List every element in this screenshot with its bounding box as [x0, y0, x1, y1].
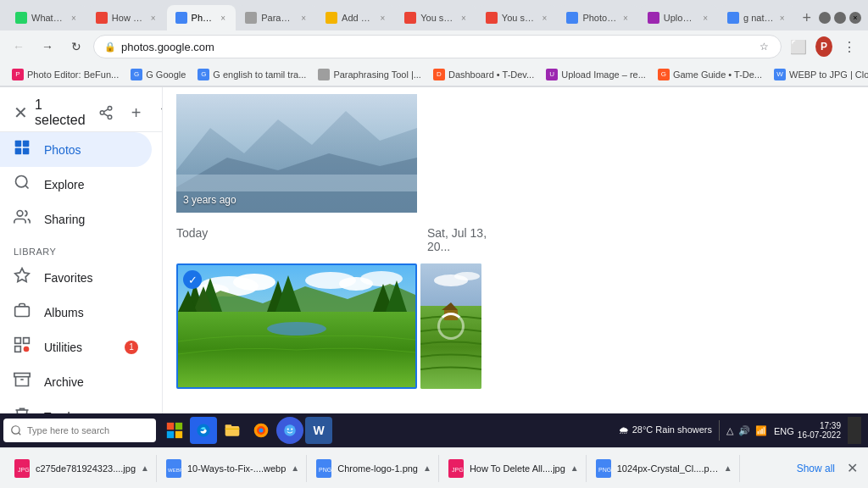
bookmark-upload[interactable]: U Upload Image – re...: [541, 67, 651, 82]
reload-button[interactable]: ↻: [64, 35, 88, 58]
svg-line-59: [19, 433, 21, 435]
archive-icon: [14, 371, 31, 392]
taskbar-firefox-icon[interactable]: [248, 417, 275, 444]
delete-button[interactable]: [153, 99, 163, 126]
address-bar[interactable]: 🔒 photos.google.com ☆: [93, 35, 782, 58]
nav-utilities[interactable]: Utilities 1: [0, 330, 152, 364]
svg-rect-6: [23, 141, 30, 147]
nav-archive[interactable]: Archive: [0, 364, 152, 399]
download-item-2[interactable]: WEBP 10-Ways-to-Fix-....webp ▲: [159, 455, 307, 482]
svg-line-10: [25, 186, 29, 189]
taskbar-search-box[interactable]: [3, 419, 156, 442]
tab-close-photoe[interactable]: ×: [621, 12, 630, 25]
nav-albums[interactable]: Albums: [0, 295, 152, 330]
taskbar-edge-icon[interactable]: [190, 417, 217, 444]
show-all-downloads-button[interactable]: Show all: [790, 459, 842, 478]
tab-close-upload[interactable]: ×: [701, 12, 709, 25]
tab-label-whatsapp: WhatsA...: [31, 13, 65, 23]
taskbar-blue-app-icon[interactable]: [276, 417, 303, 444]
utilities-badge: 1: [125, 341, 138, 354]
svg-text:JPG: JPG: [18, 467, 30, 473]
taskbar-word-icon[interactable]: W: [305, 417, 332, 444]
share-button[interactable]: [92, 99, 120, 126]
download-chevron-5[interactable]: ▲: [724, 463, 732, 473]
address-icons: ☆: [758, 39, 771, 54]
tab-close-paraphrase[interactable]: ×: [299, 12, 308, 25]
tab-close-yousea1[interactable]: ×: [459, 12, 468, 25]
close-window-button[interactable]: ×: [849, 12, 861, 24]
rice-terrace-photo[interactable]: [420, 263, 481, 389]
download-chevron-1[interactable]: ▲: [141, 463, 149, 473]
tab-upload[interactable]: Upload ... ×: [639, 5, 718, 30]
settings-button[interactable]: ⋮: [837, 35, 861, 58]
selection-bar: ✕ 1 selected + ⋮: [0, 94, 162, 132]
bookmark-photo-editor[interactable]: P Photo Editor: BeFun...: [7, 67, 124, 82]
close-selection-button[interactable]: ✕: [14, 103, 28, 123]
download-chevron-2[interactable]: ▲: [291, 463, 299, 473]
tab-yousea1[interactable]: You sea... ×: [396, 5, 476, 30]
green-valley-photo[interactable]: ✓: [176, 263, 417, 389]
tab-yousea2[interactable]: You sea... ×: [477, 5, 558, 30]
tab-paraphrase[interactable]: Paraphr... ×: [236, 5, 316, 30]
tab-close-gnature[interactable]: ×: [778, 12, 787, 25]
tab-label-photoe: Photo E...: [582, 13, 617, 23]
bookmark-webp[interactable]: W WEBP to JPG | Clou...: [769, 67, 868, 82]
nav-photos[interactable]: Photos: [0, 132, 152, 167]
tab-close-addne[interactable]: ×: [378, 12, 387, 25]
show-desktop-button[interactable]: [848, 417, 861, 444]
utilities-icon: [14, 336, 31, 358]
download-item-1[interactable]: JPG c275de781924323....jpg ▲: [7, 455, 157, 482]
photos-icon: [14, 139, 31, 160]
svg-text:WEBP: WEBP: [168, 468, 181, 473]
svg-point-11: [17, 211, 23, 217]
bookmark-label-webp: WEBP to JPG | Clou...: [789, 69, 868, 80]
tab-close-yousea2[interactable]: ×: [541, 12, 549, 25]
tab-close-howto[interactable]: ×: [149, 12, 158, 25]
download-chevron-3[interactable]: ▲: [423, 463, 431, 473]
svg-line-4: [103, 109, 108, 112]
bookmark-game-guide[interactable]: G Game Guide • T-De...: [653, 67, 767, 82]
tab-howto[interactable]: How to ... ×: [87, 5, 166, 30]
nav-sharing[interactable]: Sharing: [0, 202, 152, 236]
address-bar-row: ← → ↻ 🔒 photos.google.com ☆ ⬜ P ⋮: [0, 30, 868, 63]
svg-rect-61: [175, 423, 182, 430]
download-item-3[interactable]: PNG Chrome-logo-1.png ▲: [309, 455, 439, 482]
bookmark-english-tamil[interactable]: G G english to tamil tra...: [192, 67, 311, 82]
bookmark-dashboard[interactable]: D Dashboard • T-Dev...: [428, 67, 539, 82]
tab-photos[interactable]: Photos ×: [167, 5, 236, 30]
tab-photoe[interactable]: Photo E... ×: [558, 5, 637, 30]
bookmark-paraphrasing[interactable]: Paraphrasing Tool |...: [313, 67, 426, 82]
taskbar-explorer-icon[interactable]: [219, 417, 246, 444]
taskbar-windows-icon[interactable]: [161, 417, 188, 444]
svg-point-71: [291, 428, 292, 430]
add-to-button[interactable]: +: [123, 99, 150, 126]
nav-favorites[interactable]: Favorites: [0, 260, 152, 295]
new-tab-button[interactable]: +: [795, 10, 818, 25]
foggy-mountains-photo[interactable]: 3 years ago: [176, 94, 417, 213]
tab-gnature[interactable]: g natur... ×: [719, 5, 794, 30]
bookmark-star-button[interactable]: ☆: [758, 39, 771, 54]
extensions-button[interactable]: ⬜: [787, 35, 810, 58]
download-item-5[interactable]: PNG 1024px-Crystal_Cl....png ▲: [588, 455, 740, 482]
tab-close-photos[interactable]: ×: [219, 12, 227, 25]
forward-button[interactable]: →: [36, 35, 59, 58]
close-downloads-button[interactable]: ✕: [843, 457, 861, 480]
tab-whatsapp[interactable]: WhatsA... ×: [7, 5, 86, 30]
tab-addne[interactable]: Add Ne... ×: [317, 5, 395, 30]
maximize-button[interactable]: [834, 12, 846, 24]
nav-explore[interactable]: Explore: [0, 167, 152, 202]
profile-button[interactable]: P: [812, 35, 836, 58]
svg-rect-18: [14, 374, 30, 377]
svg-point-70: [287, 428, 289, 430]
taskbar-clock[interactable]: 17:39 16-07-2022: [798, 421, 841, 440]
back-button[interactable]: ←: [7, 35, 31, 58]
photo-timestamp: 3 years ago: [183, 194, 236, 206]
svg-marker-12: [15, 269, 30, 282]
tab-close-whatsapp[interactable]: ×: [70, 12, 78, 25]
bookmark-google[interactable]: G G Google: [125, 67, 191, 82]
minimize-button[interactable]: [819, 12, 831, 24]
download-item-4[interactable]: JPG How To Delete All....jpg ▲: [441, 455, 587, 482]
taskbar-search-input[interactable]: [27, 425, 144, 435]
download-chevron-4[interactable]: ▲: [570, 463, 579, 473]
time-display: 17:39: [798, 421, 841, 430]
